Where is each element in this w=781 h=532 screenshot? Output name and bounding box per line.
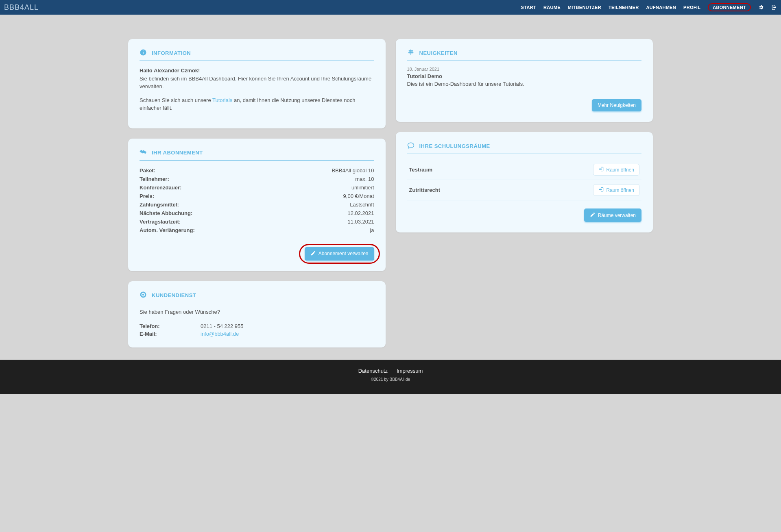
room-row-testraum: Testraum Raum öffnen	[407, 160, 642, 180]
value: 11.03.2021	[347, 219, 374, 225]
nav-start[interactable]: START	[521, 5, 536, 10]
info-line2a: Schauen Sie sich auch unsere	[140, 97, 212, 103]
row-autom-verlaengerung: Autom. Verlängerung:ja	[140, 226, 374, 235]
card-abonnement: IHR ABONNEMENT Paket:BBB4All global 10 T…	[128, 139, 386, 271]
nav-right: START RÄUME MITBENUTZER TEILNEHMER AUFNA…	[521, 3, 777, 11]
button-label: Raum öffnen	[606, 167, 635, 173]
right-column: NEUIGKEITEN 18. Januar 2021 Tutorial Dem…	[396, 39, 653, 347]
row-konferenzdauer: Konferenzdauer:unlimitiert	[140, 183, 374, 192]
row-preis: Preis:9,00 €/Monat	[140, 192, 374, 200]
navbar: BBB4ALL START RÄUME MITBENUTZER TEILNEHM…	[0, 0, 781, 15]
tutorials-link[interactable]: Tutorials	[212, 97, 232, 103]
gear-icon[interactable]	[758, 4, 764, 10]
row-zahlungsmittel: Zahlungsmittel:Lastschrift	[140, 200, 374, 209]
label: Zahlungsmittel:	[140, 202, 179, 208]
nav-mitbenutzer[interactable]: MITBENUTZER	[568, 5, 601, 10]
login-icon	[598, 187, 604, 193]
raum-oeffnen-button[interactable]: Raum öffnen	[593, 164, 640, 176]
row-teilnehmer: Teilnehmer:max. 10	[140, 175, 374, 183]
card-title: NEUIGKEITEN	[419, 50, 458, 56]
row-naechste-abbuchung: Nächste Abbuchung:12.02.2021	[140, 209, 374, 217]
mehr-neuigkeiten-button[interactable]: Mehr Neuigkeiten	[592, 99, 641, 111]
raum-oeffnen-button[interactable]: Raum öffnen	[593, 184, 640, 196]
card-schulungsraeume: IHRE SCHULUNGSRÄUME Testraum Raum öffnen…	[396, 132, 653, 232]
news-text: Dies ist ein Demo-Dashboard für unsere T…	[407, 81, 642, 87]
label: Paket:	[140, 167, 155, 174]
room-name: Testraum	[409, 167, 433, 173]
card-information: INFORMATION Hallo Alexander Czmok! Sie b…	[128, 39, 386, 128]
left-column: INFORMATION Hallo Alexander Czmok! Sie b…	[128, 39, 386, 347]
row-paket: Paket:BBB4All global 10	[140, 166, 374, 175]
nav-profil[interactable]: PROFIL	[683, 5, 700, 10]
value: max. 10	[355, 176, 374, 182]
footer: Datenschutz Impressum ©2021 by BBB4All.d…	[0, 360, 781, 394]
card-footer-schulungsraeume: Räume verwalten	[407, 208, 642, 222]
value: ja	[370, 227, 374, 233]
raeume-verwalten-button[interactable]: Räume verwalten	[584, 208, 641, 222]
footer-links: Datenschutz Impressum	[0, 368, 781, 374]
news-title: Tutorial Demo	[407, 73, 642, 79]
card-neuigkeiten: NEUIGKEITEN 18. Januar 2021 Tutorial Dem…	[396, 39, 653, 122]
nav-abonnement[interactable]: ABONNEMENT	[708, 3, 751, 11]
label: Nächste Abbuchung:	[140, 210, 192, 216]
kundendienst-intro: Sie haben Fragen oder Wünsche?	[140, 309, 374, 315]
row-vertragslaufzeit: Vertragslaufzeit:11.03.2021	[140, 217, 374, 226]
info-body: Hallo Alexander Czmok! Sie befinden sich…	[140, 67, 374, 112]
button-label: Mehr Neuigkeiten	[598, 102, 636, 108]
card-title: IHR ABONNEMENT	[152, 150, 203, 156]
footer-copyright: ©2021 by BBB4All.de	[0, 377, 781, 382]
svg-rect-1	[143, 52, 144, 54]
value: 9,00 €/Monat	[343, 193, 374, 199]
highlight-ring: Abonnement verwalten	[305, 247, 374, 261]
room-name: Zutrittsrecht	[409, 187, 441, 193]
card-title: KUNDENDIENST	[152, 292, 196, 298]
brand-text: BBB4ALL	[4, 3, 39, 12]
footer-impressum[interactable]: Impressum	[397, 368, 423, 374]
svg-rect-2	[143, 51, 144, 52]
label: Vertragslaufzeit:	[140, 219, 181, 225]
news-date: 18. Januar 2021	[407, 67, 642, 72]
card-header-abonnement: IHR ABONNEMENT	[140, 148, 374, 161]
brand-logo[interactable]: BBB4ALL	[4, 3, 39, 12]
abonnement-verwalten-button[interactable]: Abonnement verwalten	[305, 247, 374, 261]
login-icon	[598, 166, 604, 173]
speech-bubble-icon	[407, 142, 414, 150]
value: unlimitiert	[351, 185, 374, 191]
email-link[interactable]: info@bbb4all.de	[201, 331, 374, 337]
abonnement-rows: Paket:BBB4All global 10 Teilnehmer:max. …	[140, 166, 374, 235]
logout-icon[interactable]	[771, 4, 777, 10]
card-footer-abonnement: Abonnement verwalten	[140, 238, 374, 261]
phone-value: 0211 - 54 222 955	[201, 323, 374, 329]
nav-teilnehmer[interactable]: TEILNEHMER	[609, 5, 639, 10]
button-label: Räume verwalten	[598, 213, 636, 218]
lifebuoy-icon	[140, 291, 147, 300]
value: Lastschrift	[350, 202, 374, 208]
card-header-neuigkeiten: NEUIGKEITEN	[407, 49, 642, 61]
info-greeting: Hallo Alexander Czmok!	[140, 67, 200, 74]
button-label: Abonnement verwalten	[319, 251, 369, 256]
card-footer-neuigkeiten: Mehr Neuigkeiten	[407, 99, 642, 111]
pencil-icon	[590, 212, 596, 219]
handshake-icon	[140, 148, 147, 157]
nav-raeume[interactable]: RÄUME	[543, 5, 561, 10]
label: Konferenzdauer:	[140, 185, 181, 191]
card-kundendienst: KUNDENDIENST Sie haben Fragen oder Wünsc…	[128, 281, 386, 347]
card-header-information: INFORMATION	[140, 49, 374, 61]
dashboard-grid: INFORMATION Hallo Alexander Czmok! Sie b…	[124, 15, 657, 360]
value: 12.02.2021	[347, 210, 374, 216]
signpost-icon	[407, 49, 414, 57]
email-label: E-Mail:	[140, 331, 201, 337]
card-title: INFORMATION	[152, 50, 191, 56]
label: Teilnehmer:	[140, 176, 169, 182]
nav-aufnahmen[interactable]: AUFNAHMEN	[646, 5, 676, 10]
room-row-zutrittsrecht: Zutrittsrecht Raum öffnen	[407, 180, 642, 200]
value: BBB4All global 10	[332, 167, 374, 174]
card-header-schulungsraeume: IHRE SCHULUNGSRÄUME	[407, 142, 642, 154]
phone-label: Telefon:	[140, 323, 201, 329]
footer-datenschutz[interactable]: Datenschutz	[358, 368, 388, 374]
label: Preis:	[140, 193, 154, 199]
button-label: Raum öffnen	[606, 187, 635, 193]
label: Autom. Verlängerung:	[140, 227, 195, 233]
card-title: IHRE SCHULUNGSRÄUME	[419, 143, 490, 149]
info-line1: Sie befinden sich im BBB4All Dashboard. …	[140, 76, 371, 90]
